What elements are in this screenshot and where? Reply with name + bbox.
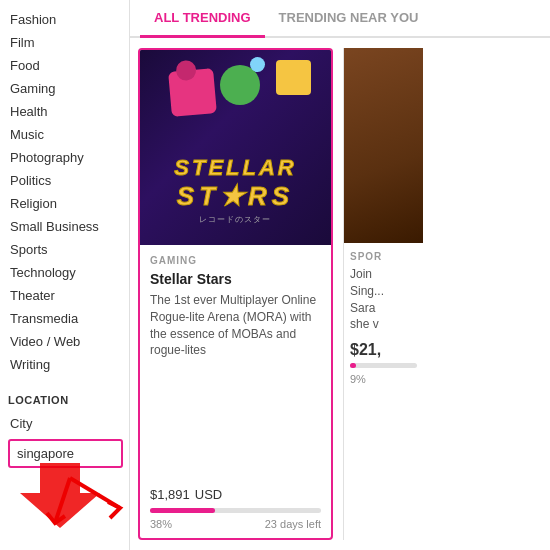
progress-bar-fill [150, 508, 215, 513]
game-title-stellar: STELLAR [150, 155, 322, 181]
sidebar-item-photography[interactable]: Photography [8, 146, 129, 169]
sidebar-item-small-business[interactable]: Small Business [8, 215, 129, 238]
sidebar-item-gaming[interactable]: Gaming [8, 77, 129, 100]
card-partial-text: JoinSing...Sarashe v [350, 266, 417, 333]
game-title-overlay: STELLAR ST★RS レコードのスター [150, 155, 322, 225]
card-partial: SPOR JoinSing...Sarashe v $21, 9% [343, 48, 423, 540]
city-label: City [8, 412, 129, 435]
card-category: GAMING [150, 255, 321, 266]
sidebar-item-religion[interactable]: Religion [8, 192, 129, 215]
card-partial-progress-bg [350, 363, 417, 368]
character-1 [168, 68, 217, 117]
card-stellar-stars: STELLAR ST★RS レコードのスター GAMING Stellar St… [138, 48, 333, 540]
cards-area: STELLAR ST★RS レコードのスター GAMING Stellar St… [130, 38, 550, 550]
card-pct: 38% [150, 518, 172, 530]
sidebar-item-film[interactable]: Film [8, 31, 129, 54]
sidebar-item-writing[interactable]: Writing [8, 353, 129, 376]
card-partial-amount: $21, [350, 341, 417, 359]
card-partial-progress-fill [350, 363, 356, 368]
card-title[interactable]: Stellar Stars [150, 271, 321, 287]
card-partial-category: SPOR [350, 251, 417, 262]
sidebar-item-politics[interactable]: Politics [8, 169, 129, 192]
sidebar-item-transmedia[interactable]: Transmedia [8, 307, 129, 330]
card-days-left: 23 days left [265, 518, 321, 530]
character-2 [220, 65, 260, 105]
sidebar: Fashion Film Food Gaming Health Music Ph… [0, 0, 130, 550]
game-title-stars: ST★RS [150, 181, 322, 212]
card-meta: 38% 23 days left [150, 518, 321, 530]
sidebar-item-food[interactable]: Food [8, 54, 129, 77]
sidebar-item-health[interactable]: Health [8, 100, 129, 123]
card-image: STELLAR ST★RS レコードのスター [140, 50, 331, 245]
arrow-annotation [0, 458, 130, 548]
game-subtitle: レコードのスター [150, 214, 322, 225]
sidebar-item-music[interactable]: Music [8, 123, 129, 146]
character-3 [276, 60, 311, 95]
sidebar-item-fashion[interactable]: Fashion [8, 8, 129, 31]
main-content: ALL TRENDING TRENDING NEAR YOU STELLAR S… [130, 0, 550, 550]
progress-bar-bg [150, 508, 321, 513]
svg-marker-2 [20, 463, 100, 528]
card-body: GAMING Stellar Stars The 1st ever Multip… [140, 245, 331, 538]
card-partial-image [344, 48, 423, 243]
game-art: STELLAR ST★RS レコードのスター [140, 50, 331, 245]
sidebar-item-theater[interactable]: Theater [8, 284, 129, 307]
tab-all-trending[interactable]: ALL TRENDING [140, 0, 265, 38]
card-description: The 1st ever Multiplayer Online Rogue-li… [150, 292, 321, 475]
tabs-bar: ALL TRENDING TRENDING NEAR YOU [130, 0, 550, 38]
card-partial-body: SPOR JoinSing...Sarashe v $21, 9% [344, 243, 423, 393]
sidebar-item-video-web[interactable]: Video / Web [8, 330, 129, 353]
location-section-label: LOCATION [8, 394, 129, 406]
sidebar-item-sports[interactable]: Sports [8, 238, 129, 261]
card-partial-pct: 9% [350, 373, 417, 385]
tab-trending-near-you[interactable]: TRENDING NEAR YOU [265, 0, 433, 38]
card-amount: $1,891 USD [150, 483, 321, 504]
sidebar-item-technology[interactable]: Technology [8, 261, 129, 284]
